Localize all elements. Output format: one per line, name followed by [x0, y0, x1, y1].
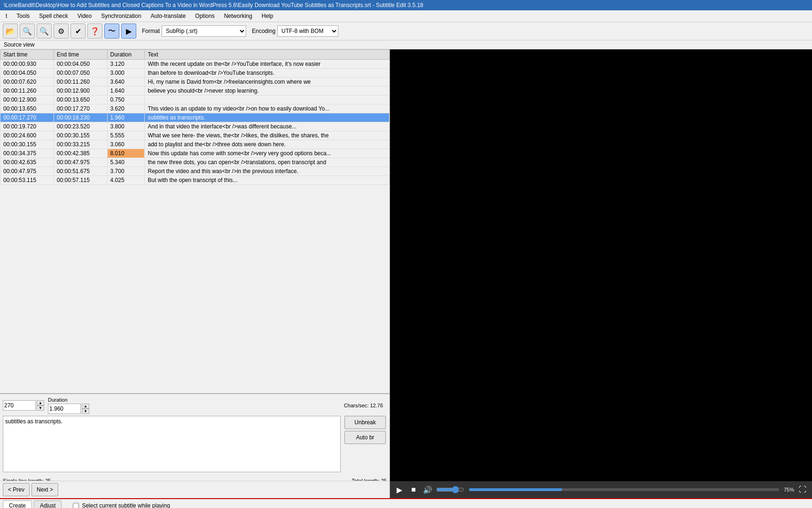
edit-panel: ▲ ▼ Duration ▲ ▼ Chars/sec:: [0, 394, 390, 481]
table-row[interactable]: 00:00:17.27000:00:19.2301.960subtitles a…: [0, 113, 390, 122]
auto-br-button[interactable]: Auto br: [344, 431, 386, 444]
title-text: \LoneBandit\Desktop\How to Add Subtitles…: [4, 2, 423, 8]
prev-button[interactable]: < Prev: [3, 483, 30, 496]
table-row[interactable]: 00:00:42.63500:00:47.9755.340the new thr…: [0, 158, 390, 167]
progress-bar-fill: [469, 488, 562, 491]
time-up-btn[interactable]: ▲: [37, 400, 44, 405]
video-button[interactable]: ▶: [121, 24, 136, 39]
select-while-playing-label: Select current subtitle while playing: [82, 502, 170, 508]
menu-item-networking[interactable]: Networking: [220, 11, 256, 21]
tab-create[interactable]: Create: [3, 500, 32, 508]
time-field-group: ▲ ▼: [3, 400, 44, 411]
duration-input[interactable]: [48, 404, 81, 414]
tab-adjust[interactable]: Adjust: [34, 500, 62, 508]
duration-spinner[interactable]: ▲ ▼: [82, 404, 89, 414]
left-panel: Start time End time Duration Text 00:00:…: [0, 49, 390, 498]
source-view-tab: Source view: [0, 40, 812, 49]
table-row[interactable]: 00:00:53.11500:00:57.1154.025But with th…: [0, 176, 390, 185]
source-view-label: Source view: [4, 41, 34, 48]
help-button[interactable]: ❓: [87, 24, 102, 39]
main-layout: Start time End time Duration Text 00:00:…: [0, 49, 812, 498]
table-row[interactable]: 00:00:11.26000:00:12.9001.640believe you…: [0, 87, 390, 95]
next-button[interactable]: Next >: [31, 483, 58, 496]
table-row[interactable]: 00:00:04.05000:00:07.0503.000than before…: [0, 69, 390, 78]
menu-bar: t Tools Spell check Video Synchronizatio…: [0, 10, 812, 22]
toolbar: 📂 🔍 🔍 ⚙ ✔ ❓ 〜 ▶ Format SubRip (.srt) Mic…: [0, 22, 812, 40]
encoding-label: Encoding: [252, 28, 275, 34]
volume-slider[interactable]: [436, 486, 464, 493]
zoom-level: 75%: [784, 487, 794, 492]
col-start-time: Start time: [0, 50, 54, 60]
duration-label: Duration: [48, 397, 89, 403]
text-editor[interactable]: subtitles as transcripts.: [3, 416, 341, 472]
table-row[interactable]: 00:00:13.65000:00:17.2703.620This video …: [0, 104, 390, 113]
subtitle-table: Start time End time Duration Text 00:00:…: [0, 49, 390, 185]
check-button[interactable]: ✔: [70, 24, 86, 39]
bottom-tabs-row: Create Adjust Select current subtitle wh…: [0, 499, 812, 508]
table-row[interactable]: 00:00:24.60000:00:30.1555.555What we see…: [0, 131, 390, 140]
table-row[interactable]: 00:00:30.15500:00:33.2153.060add to play…: [0, 140, 390, 149]
chars-per-sec: Chars/sec: 12.76: [344, 403, 383, 408]
duration-input-group: ▲ ▼: [48, 404, 89, 414]
menu-item-spellcheck[interactable]: Spell check: [35, 11, 71, 21]
duration-up-btn[interactable]: ▲: [82, 404, 89, 409]
fullscreen-button[interactable]: ⛶: [797, 484, 808, 495]
table-row[interactable]: 00:00:12.90000:00:13.6500.750: [0, 95, 390, 104]
nav-row: < Prev Next >: [0, 481, 390, 498]
table-body: 00:00:00.93000:00:04.0503.120With the re…: [0, 60, 390, 185]
col-text: Text: [145, 50, 390, 60]
table-row[interactable]: 00:00:07.62000:00:11.2603.640Hi, my name…: [0, 78, 390, 87]
time-spinner[interactable]: ▲ ▼: [37, 400, 44, 411]
format-label: Format: [142, 28, 160, 34]
open-button[interactable]: 📂: [3, 24, 18, 39]
video-controls: ▶ ■ 🔊 75% ⛶: [390, 481, 812, 498]
bottom-section: Create Adjust Select current subtitle wh…: [0, 498, 812, 508]
table-scroll[interactable]: Start time End time Duration Text 00:00:…: [0, 49, 390, 190]
right-panel: ▶ ■ 🔊 75% ⛶: [390, 49, 812, 498]
subtitle-table-container[interactable]: Start time End time Duration Text 00:00:…: [0, 49, 390, 394]
select-while-playing-checkbox[interactable]: [73, 503, 79, 508]
replace-button[interactable]: 🔍: [37, 24, 52, 39]
menu-item-tools[interactable]: Tools: [13, 11, 33, 21]
video-area: [390, 49, 812, 481]
table-row[interactable]: 00:00:47.97500:00:51.6753.700Report the …: [0, 167, 390, 176]
progress-bar-container[interactable]: [469, 488, 779, 491]
play-button[interactable]: ▶: [394, 484, 405, 495]
menu-item-t[interactable]: t: [2, 11, 11, 21]
table-row[interactable]: 00:00:00.93000:00:04.0503.120With the re…: [0, 60, 390, 69]
menu-item-help[interactable]: Help: [258, 11, 277, 21]
time-down-btn[interactable]: ▼: [37, 405, 44, 411]
col-duration: Duration: [107, 50, 145, 60]
find-button[interactable]: 🔍: [20, 24, 35, 39]
edit-text-row: subtitles as transcripts. Unbreak Auto b…: [3, 416, 387, 477]
stop-button[interactable]: ■: [408, 484, 419, 495]
checkbox-row: Select current subtitle while playing: [73, 502, 170, 508]
menu-item-autotranslate[interactable]: Auto-translate: [147, 11, 190, 21]
time-input-group: ▲ ▼: [3, 400, 44, 411]
table-row[interactable]: 00:00:34.37500:00:42.3858.010Now this up…: [0, 149, 390, 158]
volume-button[interactable]: 🔊: [422, 484, 433, 495]
time-input[interactable]: [3, 400, 36, 411]
settings-button[interactable]: ⚙: [54, 24, 69, 39]
unbreak-button[interactable]: Unbreak: [344, 416, 386, 429]
menu-item-options[interactable]: Options: [191, 11, 218, 21]
edit-panel-top: ▲ ▼ Duration ▲ ▼ Chars/sec:: [3, 397, 387, 414]
duration-down-btn[interactable]: ▼: [82, 409, 89, 414]
edit-buttons: Unbreak Auto br: [344, 416, 387, 477]
menu-item-video[interactable]: Video: [74, 11, 95, 21]
title-bar: \LoneBandit\Desktop\How to Add Subtitles…: [0, 0, 812, 10]
format-select[interactable]: SubRip (.srt) MicroDVD Advanced SubStati…: [162, 25, 246, 37]
menu-item-sync[interactable]: Synchronization: [97, 11, 145, 21]
encoding-select[interactable]: UTF-8 with BOM UTF-8 Unicode ANSI: [277, 25, 338, 37]
col-end-time: End time: [54, 50, 107, 60]
duration-field-group: Duration ▲ ▼: [48, 397, 89, 414]
table-row[interactable]: 00:00:19.72000:00:23.5203.800And in that…: [0, 122, 390, 131]
waveform-button[interactable]: 〜: [104, 24, 119, 39]
